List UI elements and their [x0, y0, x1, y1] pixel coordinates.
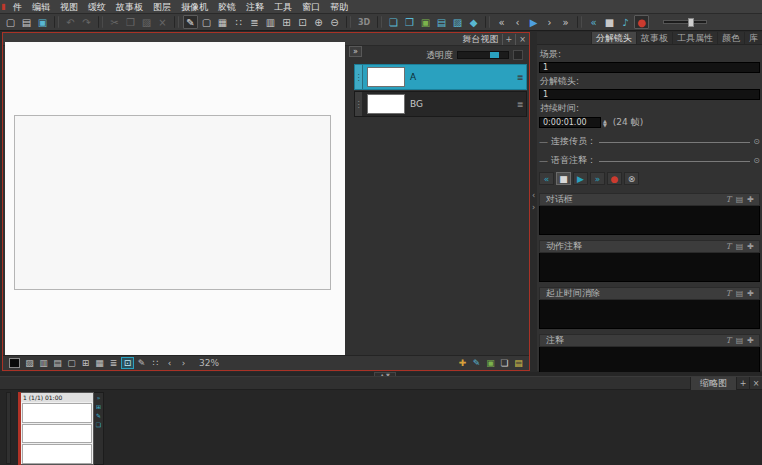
columns-layout-icon[interactable]: ▥ — [263, 15, 278, 29]
panel-icon[interactable]: ❏ — [96, 421, 101, 428]
duration-input[interactable] — [539, 117, 601, 128]
menu-item[interactable]: 窗口 — [297, 0, 325, 14]
lines-icon[interactable]: ≣ — [107, 357, 120, 369]
next-view-icon[interactable]: › — [177, 357, 190, 369]
menu-item[interactable]: 故事板 — [111, 0, 148, 14]
expand-caption-icon[interactable]: ▤ — [734, 289, 745, 298]
overlay-grid-icon[interactable]: ▦ — [93, 357, 106, 369]
caption-text-area[interactable] — [539, 206, 760, 235]
sound-icon[interactable]: ♪ — [618, 15, 633, 29]
new-scene-icon[interactable]: ▢ — [3, 15, 18, 29]
cell-layout-icon[interactable]: ⊡ — [295, 15, 310, 29]
draw-icon[interactable]: ✎ — [96, 412, 101, 419]
folder-yellow-icon[interactable]: ▤ — [512, 357, 525, 369]
menu-item[interactable]: 件 — [8, 0, 27, 14]
caption-section-header[interactable]: 对话框 T ▤ ✚ — [539, 193, 760, 206]
flip-icon[interactable]: ▨ — [23, 357, 36, 369]
menu-item[interactable]: 缓纹 — [83, 0, 111, 14]
duration-spinner[interactable]: ▲ ▼ — [603, 119, 607, 127]
panel-tab[interactable]: 库 — [744, 32, 762, 44]
forward-button[interactable]: » — [590, 172, 605, 185]
record-button[interactable]: ● — [607, 172, 622, 185]
menu-item[interactable]: 视图 — [55, 0, 83, 14]
pencil-icon[interactable]: ✎ — [135, 357, 148, 369]
camera-icon[interactable]: ⊞ — [96, 403, 101, 410]
paste-icon[interactable]: ▨ — [139, 15, 154, 29]
layer-grip-icon[interactable]: ⋮ — [355, 65, 363, 89]
volume-slider[interactable] — [663, 20, 707, 24]
gear-icon[interactable]: ⊙ — [753, 156, 760, 165]
prev-view-icon[interactable]: ‹ — [163, 357, 176, 369]
expand-icon[interactable]: » — [97, 394, 101, 401]
grid-toggle-icon[interactable]: ⊞ — [79, 357, 92, 369]
text-format-icon[interactable]: T — [723, 289, 734, 298]
cut-icon[interactable]: ✂ — [107, 15, 122, 29]
layer-thumbnail[interactable] — [367, 67, 405, 87]
panel-input[interactable] — [539, 89, 760, 100]
layer-visibility-icon[interactable]: ▣ — [418, 15, 433, 29]
next-frame-icon[interactable]: › — [542, 15, 557, 29]
stop-icon[interactable]: ■ — [602, 15, 617, 29]
zoom-out-icon[interactable]: ⊖ — [327, 15, 342, 29]
delete-recording-button[interactable]: ⊗ — [624, 172, 639, 185]
caption-text-area[interactable] — [539, 253, 760, 282]
collapse-layers-button[interactable]: » — [349, 46, 362, 57]
play-button[interactable]: ▶ — [573, 172, 588, 185]
collapse-toggle-icon[interactable]: — — [539, 156, 548, 166]
layer-menu-icon[interactable]: ≣ — [514, 73, 526, 82]
menu-item[interactable]: 编辑 — [27, 0, 55, 14]
pin-layer-icon[interactable]: ◆ — [466, 15, 481, 29]
menu-item[interactable]: 帮助 — [325, 0, 353, 14]
menu-item[interactable]: 胶镜 — [213, 0, 241, 14]
menu-item[interactable]: 注释 — [241, 0, 269, 14]
rows-icon[interactable]: ▤ — [51, 357, 64, 369]
panel-tab[interactable]: 工具属性 — [672, 32, 717, 44]
columns-icon[interactable]: ▥ — [37, 357, 50, 369]
text-format-icon[interactable]: T — [723, 336, 734, 345]
gear-icon[interactable]: ⊙ — [753, 137, 760, 146]
menu-item[interactable]: 工具 — [269, 0, 297, 14]
panel-tab[interactable]: 分解镜头 — [591, 32, 636, 44]
panel-tab[interactable]: 颜色 — [717, 32, 744, 44]
brush-tool-icon[interactable]: ✎ — [183, 15, 198, 29]
color-swatch-icon[interactable]: ■ — [9, 358, 20, 368]
last-frame-icon[interactable]: » — [558, 15, 573, 29]
safe-area-icon[interactable]: ⊡ — [121, 357, 134, 369]
zoom-in-icon[interactable]: ⊕ — [311, 15, 326, 29]
splitter-right-icon[interactable]: › — [532, 203, 535, 212]
duplicate-layer-icon[interactable]: ❐ — [402, 15, 417, 29]
menu-item[interactable]: 图层 — [148, 0, 176, 14]
frame-icon[interactable]: ▢ — [65, 357, 78, 369]
copy-icon[interactable]: ❐ — [123, 15, 138, 29]
first-frame-icon[interactable]: « — [494, 15, 509, 29]
caption-text-area[interactable] — [539, 300, 760, 329]
volume-slider-knob[interactable] — [688, 18, 694, 27]
open-icon[interactable]: ▤ — [19, 15, 34, 29]
dots-grid-icon[interactable]: ∷ — [231, 15, 246, 29]
layer-group-icon[interactable]: ▤ — [434, 15, 449, 29]
expand-caption-icon[interactable]: ▤ — [734, 242, 745, 251]
text-format-icon[interactable]: T — [723, 195, 734, 204]
expand-caption-icon[interactable]: ▤ — [734, 336, 745, 345]
layer-menu-icon[interactable]: ≣ — [514, 100, 526, 109]
thumbnails-scrollbar[interactable] — [6, 392, 11, 464]
record-icon[interactable]: ● — [634, 15, 649, 29]
layer-thumbnail[interactable] — [367, 94, 405, 114]
splitter-left-icon[interactable]: ‹ — [532, 191, 535, 200]
add-layer-icon[interactable]: ❏ — [386, 15, 401, 29]
panels-icon[interactable]: ❏ — [498, 357, 511, 369]
expand-caption-icon[interactable]: ▤ — [734, 195, 745, 204]
undo-icon[interactable]: ↶ — [63, 15, 78, 29]
panel-tab[interactable]: 故事板 — [636, 32, 672, 44]
3d-toggle-icon[interactable]: 3D — [355, 15, 373, 29]
brush-teal-icon[interactable]: ✎ — [470, 357, 483, 369]
delete-icon[interactable]: × — [155, 15, 170, 29]
add-caption-icon[interactable]: ✚ — [745, 336, 756, 345]
prev-frame-icon[interactable]: ‹ — [510, 15, 525, 29]
drawing-canvas[interactable] — [5, 42, 345, 355]
hand-tool-icon[interactable]: ▢ — [199, 15, 214, 29]
caption-section-header[interactable]: 注释 T ▤ ✚ — [539, 334, 760, 347]
layer-row[interactable]: ⋮ BG ≣ — [354, 91, 527, 117]
add-annotation-icon[interactable]: ✚ — [456, 357, 469, 369]
layer-mask-icon[interactable]: ▨ — [450, 15, 465, 29]
